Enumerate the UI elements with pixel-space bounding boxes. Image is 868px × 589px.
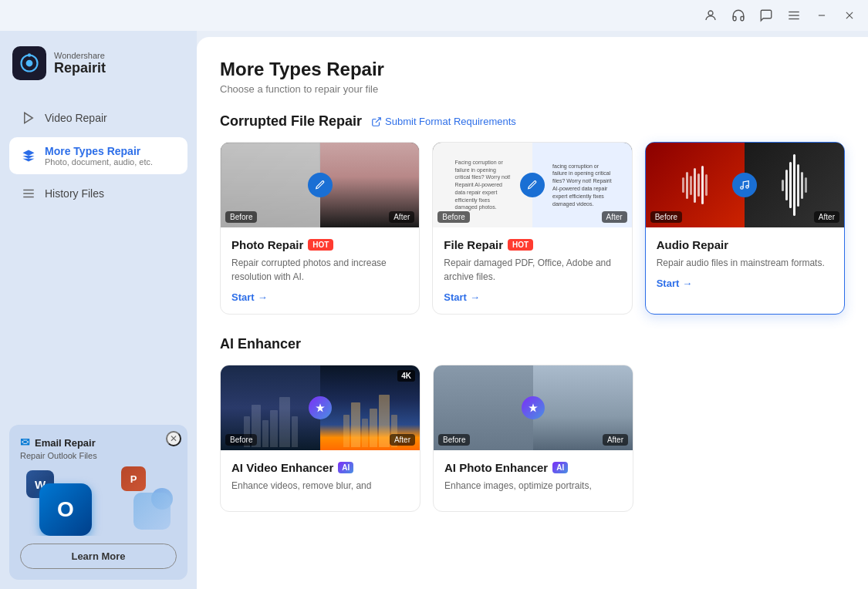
ai-photo-enhancer-card[interactable]: Before After AI Photo Enhancer AI Enhanc… (433, 365, 633, 512)
page-title: More Types Repair (220, 59, 845, 80)
promo-subtitle: Repair Outlook Files (20, 451, 177, 460)
ai-video-badge: AI (338, 462, 353, 473)
ai-photo-after-label: After (603, 434, 628, 446)
title-bar (0, 0, 868, 31)
file-repair-card[interactable]: Facing corruption orfailure in openingcr… (432, 142, 632, 315)
learn-more-button[interactable]: Learn More (20, 544, 177, 569)
nav-label-history-files: History Files (45, 187, 104, 200)
photo-before-label: Before (225, 211, 257, 223)
nav-label-video-repair: Video Repair (45, 112, 107, 124)
outlook-icon: O (39, 483, 92, 536)
ai-photo-before-label: Before (438, 434, 470, 446)
ai-photo-title: AI Photo Enhancer (444, 461, 548, 474)
file-repair-badge (520, 173, 545, 197)
section-title-ai: AI Enhancer (220, 336, 301, 352)
external-link-icon (371, 116, 382, 127)
audio-after-label: After (814, 211, 839, 223)
video-repair-icon (20, 109, 37, 126)
sidebar-item-video-repair[interactable]: Video Repair (9, 102, 187, 134)
ai-video-after-label: After (390, 434, 415, 446)
app-logo-icon (12, 46, 46, 80)
logo-name: Repairit (54, 60, 106, 76)
four-k-badge: 4K (397, 370, 415, 382)
file-repair-hot-badge: HOT (508, 239, 533, 251)
corrupted-cards-grid: Before After Photo Repair HOT Repair cor… (220, 142, 845, 315)
more-types-repair-icon (20, 147, 37, 164)
submit-format-link[interactable]: Submit Format Requirements (371, 116, 516, 127)
file-repair-start-arrow: → (470, 291, 480, 303)
ai-photo-desc: Enhance images, optimize portraits, (444, 479, 622, 493)
photo-after-label: After (389, 211, 414, 223)
file-repair-title: File Repair (444, 238, 503, 251)
svg-point-0 (708, 11, 713, 15)
section-title-corrupted: Corrupted File Repair (220, 113, 362, 130)
audio-repair-start-arrow: → (682, 278, 692, 289)
menu-icon[interactable] (782, 3, 806, 28)
spacer (646, 365, 845, 512)
photo-repair-card[interactable]: Before After Photo Repair HOT Repair cor… (220, 142, 420, 315)
audio-repair-image: Before After (646, 143, 844, 227)
promo-cube (133, 493, 171, 530)
ai-photo-image: Before After (434, 365, 633, 450)
promo-close-button[interactable]: ✕ (166, 431, 181, 446)
ai-video-image: 4K Before After (221, 365, 420, 450)
page-subtitle: Choose a function to repair your file (220, 83, 845, 95)
promo-title-text: Email Repair (35, 437, 96, 449)
file-repair-start[interactable]: Start → (444, 291, 620, 303)
file-repair-image: Facing corruption orfailure in openingcr… (433, 143, 631, 227)
ai-video-enhance-circle (309, 396, 332, 419)
ai-cards-grid: 4K Before After AI Video Enhancer AI Enh… (220, 365, 845, 512)
close-icon[interactable] (837, 3, 862, 28)
main-content: More Types Repair Choose a function to r… (197, 37, 868, 589)
svg-point-8 (26, 60, 33, 67)
chat-icon[interactable] (754, 3, 778, 28)
powerpoint-icon: P (121, 466, 146, 491)
audio-before-label: Before (650, 211, 682, 223)
minimize-icon[interactable] (809, 3, 834, 28)
promo-card: ✕ ✉ Email Repair Repair Outlook Files W … (9, 425, 187, 580)
sidebar-logo: Wondershare Repairit (0, 31, 197, 96)
email-repair-icon: ✉ (20, 436, 30, 449)
submit-format-text: Submit Format Requirements (385, 116, 516, 127)
app-body: Wondershare Repairit Video Repair (0, 31, 868, 589)
audio-repair-card[interactable]: Before After Audio Repair Repair audio f… (645, 142, 845, 315)
section-ai-enhancer-header: AI Enhancer (220, 336, 845, 352)
ai-video-desc: Enhance videos, remove blur, and (231, 479, 409, 493)
audio-repair-badge (732, 173, 757, 197)
logo-brand: Wondershare (54, 51, 106, 60)
file-before-label: Before (437, 211, 469, 223)
ai-photo-enhance-circle (522, 396, 545, 419)
promo-images: W P O (20, 466, 177, 536)
nav-label-more-types-repair: More Types Repair (45, 145, 153, 157)
sidebar-nav: Video Repair More Types Repair Photo, do… (0, 96, 197, 216)
sidebar-item-history-files[interactable]: History Files (9, 177, 187, 210)
ai-video-before-label: Before (225, 434, 257, 446)
svg-point-15 (741, 187, 744, 190)
sidebar-item-more-types-repair[interactable]: More Types Repair Photo, document, audio… (9, 137, 187, 174)
photo-repair-hot-badge: HOT (308, 239, 333, 251)
photo-repair-title: Photo Repair (231, 238, 303, 251)
nav-sublabel-more-types-repair: Photo, document, audio, etc. (45, 157, 153, 167)
audio-repair-desc: Repair audio files in mainstream formats… (657, 256, 833, 270)
audio-repair-title: Audio Repair (657, 238, 728, 251)
photo-repair-start-arrow: → (258, 291, 268, 303)
history-files-icon (20, 185, 37, 202)
svg-marker-10 (25, 113, 33, 123)
account-icon[interactable] (698, 3, 723, 28)
headset-icon[interactable] (726, 3, 751, 28)
ai-video-enhancer-card[interactable]: 4K Before After AI Video Enhancer AI Enh… (220, 365, 420, 512)
svg-point-16 (746, 186, 749, 188)
audio-repair-start[interactable]: Start → (657, 278, 833, 289)
photo-repair-start[interactable]: Start → (231, 291, 408, 303)
ai-video-title: AI Video Enhancer (231, 461, 333, 474)
section-corrupted-repair-header: Corrupted File Repair Submit Format Requ… (220, 113, 845, 130)
logo-text: Wondershare Repairit (54, 51, 106, 76)
sidebar: Wondershare Repairit Video Repair (0, 31, 197, 589)
svg-line-14 (376, 117, 380, 122)
ai-photo-badge: AI (552, 462, 568, 473)
photo-repair-desc: Repair corrupted photos and increase res… (231, 256, 408, 284)
photo-repair-badge (308, 173, 333, 197)
photo-repair-image: Before After (221, 143, 419, 227)
svg-point-9 (28, 53, 31, 56)
file-repair-desc: Repair damaged PDF, Office, Adobe and ar… (444, 256, 620, 284)
